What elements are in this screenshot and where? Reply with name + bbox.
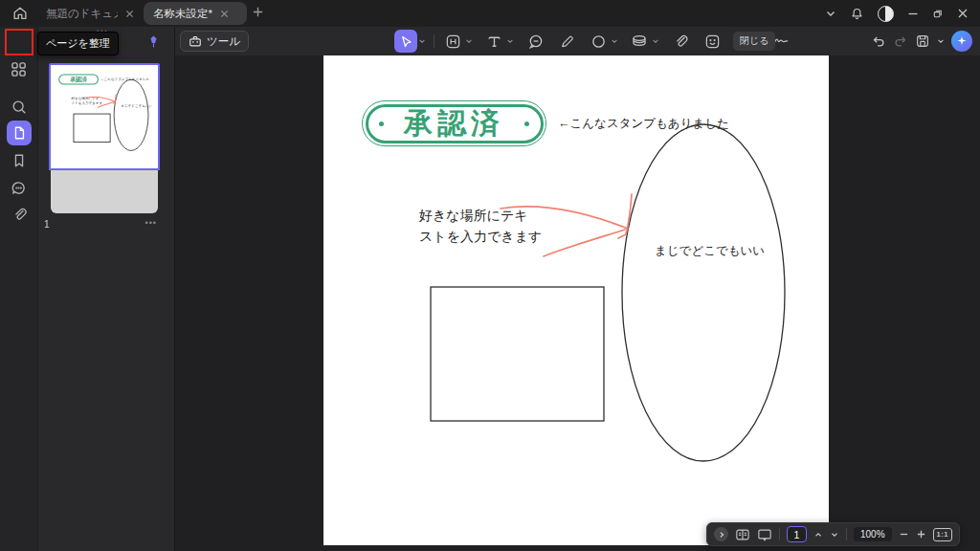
theme-logo-icon[interactable] xyxy=(878,6,894,22)
chevron-down-icon xyxy=(830,530,839,540)
tab-close-icon[interactable] xyxy=(125,10,134,18)
zoom-in-button[interactable] xyxy=(916,529,926,540)
approval-stamp-inner-border: 承認済 xyxy=(366,104,544,143)
comment-icon xyxy=(11,180,27,196)
save-icon xyxy=(915,33,930,49)
page-thumbnails-button-active[interactable] xyxy=(7,121,32,145)
ellipse-inner-text[interactable]: まじでどこでもいい xyxy=(655,243,765,259)
search-icon xyxy=(11,99,28,116)
free-text-block[interactable]: 好きな場所にテキ ストを入力できます xyxy=(419,205,542,247)
pointer-icon xyxy=(399,34,413,49)
bookmarks-button[interactable] xyxy=(6,147,33,174)
undo-icon xyxy=(871,33,886,49)
close-toolbar-button[interactable]: 閉じる xyxy=(733,32,775,51)
actual-size-button[interactable]: 1:1 xyxy=(933,528,952,541)
document-icon xyxy=(11,125,27,141)
pin-icon xyxy=(146,34,161,49)
monitor-icon xyxy=(757,528,772,541)
stamp-dot-left xyxy=(379,121,384,126)
comment-bubble-icon xyxy=(527,33,544,50)
red-pen-stroke-diagonal xyxy=(544,230,625,256)
sparkle-icon xyxy=(956,35,968,47)
left-sidebar xyxy=(0,27,38,551)
toolbar-separator xyxy=(434,34,434,48)
sticker-tool-button[interactable] xyxy=(701,30,724,53)
statusbar-separator xyxy=(779,528,780,540)
page-thumbnail-selected[interactable]: 承認済 ←こんなスタンプもありました 好きな場所にテキ ストを入力できます まじ… xyxy=(49,63,160,170)
eraser-tool-chevron[interactable] xyxy=(651,30,660,53)
tab-label: 無題のドキュメント xyxy=(46,7,118,21)
comment-tool-button[interactable] xyxy=(523,30,546,53)
statusbar-separator xyxy=(846,528,847,540)
pen-tool-button[interactable] xyxy=(555,30,578,53)
home-button[interactable] xyxy=(10,4,31,23)
paperclip-icon xyxy=(11,207,27,222)
text-tool-button[interactable] xyxy=(482,30,505,53)
minimize-button[interactable] xyxy=(907,8,919,19)
select-tool-chevron[interactable] xyxy=(417,30,427,53)
titlebar: 無題のドキュメント 名称未設定* xyxy=(0,0,980,27)
pen-icon xyxy=(559,33,575,50)
thumbnail-panel: ⋯ 承認済 ←こんなスタンプもありました 好きな場所にテキ ストを入力できます … xyxy=(38,27,175,551)
free-text-line2: ストを入力できます xyxy=(419,226,542,247)
circle-shape-icon xyxy=(590,33,607,50)
organize-pages-button[interactable] xyxy=(6,55,33,82)
previous-page-button[interactable] xyxy=(813,530,823,540)
drawn-ellipse xyxy=(622,124,785,461)
toolbox-icon xyxy=(189,34,202,48)
heading-field-tool-button[interactable] xyxy=(441,30,464,53)
undo-button[interactable] xyxy=(871,33,886,49)
comments-button[interactable] xyxy=(6,174,33,201)
search-button[interactable] xyxy=(6,94,33,121)
organize-pages-tooltip: ページを整理 xyxy=(37,32,119,55)
eraser-tool-button[interactable] xyxy=(628,30,651,53)
book-icon xyxy=(735,528,750,541)
zoom-out-button[interactable] xyxy=(899,529,909,540)
attach-file-tool-button[interactable] xyxy=(669,30,692,53)
shape-tool-chevron[interactable] xyxy=(610,30,619,53)
close-label: 閉じる xyxy=(740,34,768,48)
close-window-button[interactable] xyxy=(957,8,969,19)
redo-icon xyxy=(893,33,908,49)
ai-assistant-button[interactable] xyxy=(951,31,972,52)
minus-icon xyxy=(899,529,909,540)
text-tool-chevron[interactable] xyxy=(505,30,515,53)
paperclip-icon xyxy=(673,33,688,49)
main-area: ツール xyxy=(175,27,980,551)
toolbar-right-group xyxy=(871,30,972,53)
thumbnail-page-number: 1 xyxy=(44,219,50,230)
document-canvas[interactable]: 承認済 ←こんなスタンプもありました 好きな場所にテキ ストを入力できます まじ… xyxy=(175,55,980,551)
new-tab-button[interactable] xyxy=(252,6,264,18)
attachments-button[interactable] xyxy=(6,201,33,228)
select-tool-button[interactable] xyxy=(394,30,417,53)
plus-icon xyxy=(916,529,926,540)
redo-button[interactable] xyxy=(893,33,908,49)
save-button[interactable] xyxy=(915,33,930,49)
toolbar: ツール xyxy=(175,27,980,55)
heading-tool-chevron[interactable] xyxy=(464,30,474,53)
tab-close-icon[interactable] xyxy=(220,10,229,18)
presentation-mode-button[interactable] xyxy=(757,528,772,541)
stamp-annotation-text[interactable]: ←こんなスタンプもありました xyxy=(558,116,729,132)
save-options-chevron[interactable] xyxy=(937,37,945,45)
free-text-line1: 好きな場所にテキ xyxy=(419,205,542,226)
zoom-level-value[interactable]: 100% xyxy=(854,527,892,541)
approval-stamp[interactable]: 承認済 xyxy=(362,100,546,146)
chevron-down-icon[interactable] xyxy=(825,8,836,19)
tab-untitled-document[interactable]: 無題のドキュメント xyxy=(36,2,144,25)
two-page-view-button[interactable] xyxy=(735,528,750,541)
notifications-bell-icon[interactable] xyxy=(850,7,864,21)
page-number-input[interactable] xyxy=(787,526,807,542)
collapse-bar-button[interactable] xyxy=(714,527,728,541)
pin-panel-button[interactable] xyxy=(146,34,161,49)
page-curl-mode-button[interactable] xyxy=(6,546,33,551)
tab-unnamed-active[interactable]: 名称未設定* xyxy=(144,2,247,25)
shape-tool-button[interactable] xyxy=(587,30,610,53)
thumbnail-more-button[interactable]: ••• xyxy=(145,218,157,228)
page-thumbnail-lower-area[interactable] xyxy=(51,170,158,213)
pdf-page[interactable]: 承認済 ←こんなスタンプもありました 好きな場所にテキ ストを入力できます まじ… xyxy=(323,55,829,545)
tools-button[interactable]: ツール xyxy=(180,31,249,52)
restore-window-button[interactable] xyxy=(932,8,944,19)
stamp-dot-right xyxy=(524,121,529,126)
next-page-button[interactable] xyxy=(830,530,839,540)
